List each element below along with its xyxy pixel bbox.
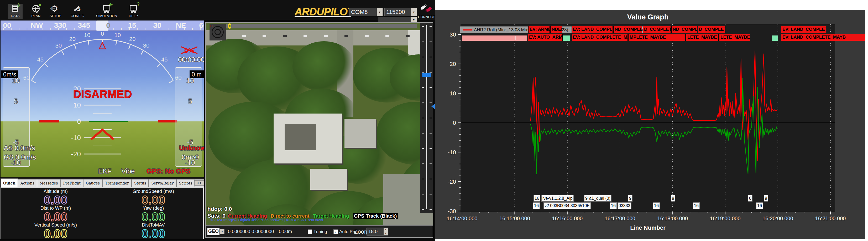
- compass-tick: [137, 28, 137, 30]
- map-feature: [242, 35, 246, 37]
- slider-tick: [430, 163, 432, 164]
- tab-scripts[interactable]: Scripts: [177, 179, 195, 187]
- toolbar-item-simulation[interactable]: ✈SIMULATION: [90, 4, 123, 19]
- toolbar-item-setup[interactable]: ⚙➕SETUP: [47, 4, 64, 19]
- tree-canopy: [292, 41, 355, 92]
- chevron-down-icon[interactable]: ▾: [220, 229, 224, 234]
- compass-tick: [74, 28, 74, 30]
- compass-tick: [3, 28, 4, 30]
- toolbar-item-help[interactable]: ?HELP: [125, 4, 141, 19]
- connect-button[interactable]: CONNECT: [418, 5, 434, 20]
- chart-canvas[interactable]: 3020100-10-20-30: [435, 10, 865, 239]
- event-box: EV: ARMED: [528, 26, 550, 33]
- ardupilot-logo: ARDUPILOT: [294, 6, 351, 17]
- slider-tick: [430, 179, 432, 179]
- map-progress-bar[interactable]: 0: [225, 24, 417, 28]
- zoom-spinner[interactable]: 18.0 ▲▼: [367, 228, 388, 236]
- slider-tick: [422, 179, 424, 179]
- svg-text:-10: -10: [448, 149, 456, 156]
- tab-gauges[interactable]: Gauges: [83, 179, 102, 187]
- tab-messages[interactable]: Messages: [37, 179, 61, 187]
- tuning-checkbox[interactable]: [308, 230, 312, 234]
- flightdata-tabstrip: QuickActionsMessagesPreFlightGaugesTrans…: [1, 178, 204, 187]
- svg-text:0: 0: [77, 118, 81, 125]
- svg-text:45: 45: [161, 56, 167, 63]
- wp-distance-text: 0m>0: [182, 153, 199, 161]
- slider-tick: [422, 194, 424, 194]
- tab-transponder[interactable]: Transponder: [102, 179, 131, 187]
- collapse-arrow-icon[interactable]: [431, 104, 435, 109]
- map-feature: [344, 35, 348, 37]
- vibe-indicator[interactable]: Vibe: [121, 167, 135, 175]
- toolbar-item-label: HELP: [125, 14, 141, 18]
- toolbar-item-config[interactable]: ⚙CONFIG: [67, 4, 88, 19]
- quick-cell-disttomav[interactable]: DistToMAV0.00: [103, 222, 203, 239]
- compass-tick: [11, 28, 11, 30]
- hud[interactable]: 01010202030304545606020100-10-20 00NW330…: [1, 21, 204, 177]
- chevron-down-icon[interactable]: ▾: [411, 17, 417, 22]
- chevron-down-icon[interactable]: ▾: [377, 8, 382, 16]
- map-feature: [310, 169, 347, 190]
- compass-tick: [153, 28, 153, 30]
- plane-glyph: ✈: [108, 2, 113, 8]
- compass-tick: [168, 28, 169, 30]
- autopan-checkbox[interactable]: ✓: [334, 230, 338, 234]
- map-copyright: ©2024 Image© DigitalGlobe & chinasiwei |…: [211, 218, 323, 222]
- compass-tick: [27, 28, 27, 30]
- toolbar-item-data[interactable]: ✈DATA: [8, 4, 23, 19]
- tab-preflight[interactable]: PreFlight: [60, 179, 83, 187]
- slider-tick: [422, 163, 424, 164]
- chevron-down-icon[interactable]: ▾: [411, 8, 417, 16]
- map-zoom-slider[interactable]: [420, 23, 433, 213]
- map-progress-marker[interactable]: 0: [228, 23, 231, 29]
- slider-tick: [430, 72, 432, 72]
- toolbar-item-plan[interactable]: ●PLAN: [28, 4, 44, 19]
- spinner-arrows-icon[interactable]: ▲▼: [383, 228, 388, 235]
- map-panel[interactable]: 0 0 hdop: 0.0 Sats: 0 Current HeadingDir…: [205, 22, 433, 238]
- marker-box: 16: [533, 195, 540, 202]
- slider-tick: [422, 102, 424, 103]
- slider-tick: [422, 209, 424, 210]
- quick-cell-groundspeed-m-s-[interactable]: GroundSpeed (m/s)0.00: [103, 189, 203, 206]
- question-glyph: ?: [137, 2, 140, 7]
- plane-glyph: ✈: [17, 2, 21, 8]
- groundspeed-text: GS 0.0m/s: [4, 153, 36, 161]
- plug-icon: [420, 5, 426, 10]
- com-port-select[interactable]: COM8▾: [349, 8, 383, 16]
- quick-cell-yaw-deg-[interactable]: Yaw (deg)0.00: [103, 206, 203, 222]
- slider-tick: [430, 194, 432, 194]
- tab-status[interactable]: Status: [131, 179, 149, 187]
- toolbar-item-label: PLAN: [28, 14, 44, 18]
- tab-servo-relay[interactable]: Servo/Relay: [149, 179, 176, 187]
- event-box: EV: LAND_COMPLETE: [571, 26, 613, 33]
- toolbar-item-label: CONFIG: [67, 14, 88, 18]
- marker-box: lve-v1.1.2.8_Alp: [541, 195, 574, 202]
- quick-cell-vertical-speed-m-s-[interactable]: Vertical Speed (m/s)0.00: [6, 222, 105, 239]
- wp-status-text: Unknown: [179, 144, 204, 152]
- tab-actions[interactable]: Actions: [18, 179, 37, 187]
- tape-label: 5: [8, 97, 24, 106]
- toolbar-item-label: DATA: [8, 14, 23, 18]
- extra-select[interactable]: ▾: [378, 17, 417, 23]
- value-graph-panel: Value Graph 3020100-10-20-30 AHR2.Roll (…: [435, 10, 865, 239]
- compass-label: NW: [31, 21, 43, 30]
- baud-rate-select[interactable]: 115200▾: [384, 8, 417, 16]
- slider-tick: [422, 87, 424, 88]
- tab-quick[interactable]: Quick: [1, 178, 18, 187]
- x-tick-label: 16:18:00.000: [657, 215, 688, 221]
- quick-cell-value: 0.00: [103, 228, 203, 239]
- satellite-imagery: [206, 23, 433, 238]
- coord-format-select[interactable]: GEO: [208, 228, 219, 235]
- hud-compass-ribbon: 00NW33034501530NE60: [1, 21, 204, 31]
- compass-tick: [35, 28, 35, 30]
- slider-handle[interactable]: [422, 73, 431, 77]
- compass-label: 0: [106, 21, 110, 30]
- ekf-indicator[interactable]: EKF: [98, 167, 112, 175]
- quick-cell-dist-to-wp-m-[interactable]: Dist to WP (m)0.00: [6, 206, 105, 222]
- quick-cell-altitude-m-[interactable]: Altitude (m)0.00: [6, 189, 105, 206]
- marker-box: 0: [748, 195, 752, 202]
- x-axis-title: Line Number: [461, 224, 835, 231]
- x-tick-label: 16:20:00.000: [763, 215, 793, 221]
- tab-scroll-buttons[interactable]: ◄ ►: [194, 180, 204, 185]
- slider-track: [426, 25, 427, 209]
